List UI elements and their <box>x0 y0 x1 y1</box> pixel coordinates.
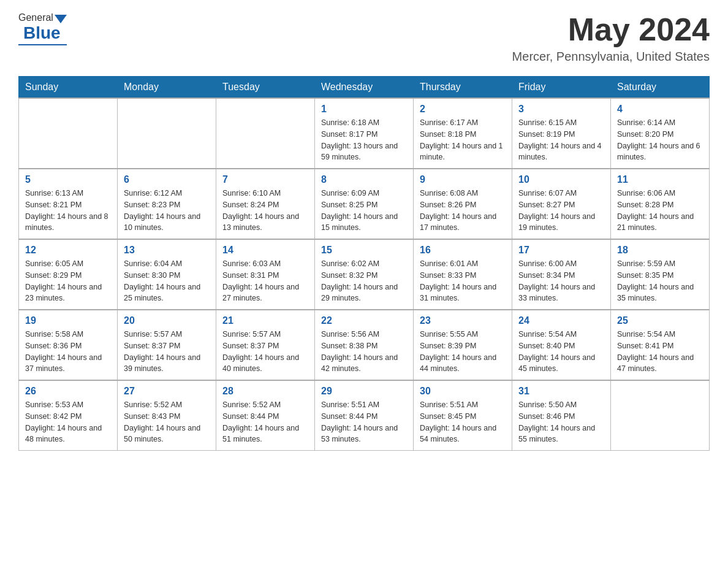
page-header: General Blue May 2024 Mercer, Pennsylvan… <box>18 12 710 64</box>
day-number: 2 <box>420 104 506 115</box>
logo-general-text: General <box>18 12 53 23</box>
week-row-2: 5Sunrise: 6:13 AM Sunset: 8:21 PM Daylig… <box>19 169 710 239</box>
calendar-cell: 15Sunrise: 6:02 AM Sunset: 8:32 PM Dayli… <box>315 239 414 310</box>
day-number: 3 <box>518 104 604 115</box>
day-number: 7 <box>222 174 308 185</box>
day-info: Sunrise: 5:56 AM Sunset: 8:38 PM Dayligh… <box>321 329 407 375</box>
day-info: Sunrise: 5:51 AM Sunset: 8:44 PM Dayligh… <box>321 399 407 445</box>
day-info: Sunrise: 6:01 AM Sunset: 8:33 PM Dayligh… <box>420 258 506 304</box>
week-row-1: 1Sunrise: 6:18 AM Sunset: 8:17 PM Daylig… <box>19 98 710 169</box>
calendar-cell: 22Sunrise: 5:56 AM Sunset: 8:38 PM Dayli… <box>315 310 414 380</box>
day-number: 9 <box>420 174 506 185</box>
calendar-cell: 19Sunrise: 5:58 AM Sunset: 8:36 PM Dayli… <box>19 310 118 380</box>
calendar-cell: 4Sunrise: 6:14 AM Sunset: 8:20 PM Daylig… <box>611 98 710 169</box>
day-info: Sunrise: 6:12 AM Sunset: 8:23 PM Dayligh… <box>124 188 210 234</box>
day-header-tuesday: Tuesday <box>216 77 315 99</box>
calendar-cell: 9Sunrise: 6:08 AM Sunset: 8:26 PM Daylig… <box>414 169 512 239</box>
day-number: 31 <box>518 386 604 397</box>
day-number: 1 <box>321 104 407 115</box>
calendar-cell: 13Sunrise: 6:04 AM Sunset: 8:30 PM Dayli… <box>118 239 216 310</box>
calendar-cell: 24Sunrise: 5:54 AM Sunset: 8:40 PM Dayli… <box>512 310 611 380</box>
calendar-cell: 23Sunrise: 5:55 AM Sunset: 8:39 PM Dayli… <box>414 310 512 380</box>
calendar-cell: 3Sunrise: 6:15 AM Sunset: 8:19 PM Daylig… <box>512 98 611 169</box>
day-number: 6 <box>124 174 210 185</box>
calendar-cell: 20Sunrise: 5:57 AM Sunset: 8:37 PM Dayli… <box>118 310 216 380</box>
day-info: Sunrise: 5:54 AM Sunset: 8:40 PM Dayligh… <box>518 329 604 375</box>
day-number: 30 <box>420 386 506 397</box>
day-header-thursday: Thursday <box>414 77 512 99</box>
day-number: 17 <box>518 245 604 256</box>
day-number: 4 <box>617 104 703 115</box>
calendar-cell: 12Sunrise: 6:05 AM Sunset: 8:29 PM Dayli… <box>19 239 118 310</box>
day-header-saturday: Saturday <box>611 77 710 99</box>
day-number: 18 <box>617 245 703 256</box>
calendar-cell <box>611 380 710 451</box>
day-info: Sunrise: 6:15 AM Sunset: 8:19 PM Dayligh… <box>518 117 604 163</box>
calendar-cell: 8Sunrise: 6:09 AM Sunset: 8:25 PM Daylig… <box>315 169 414 239</box>
title-area: May 2024 Mercer, Pennsylvania, United St… <box>512 12 710 64</box>
day-number: 28 <box>222 386 308 397</box>
day-number: 23 <box>420 315 506 326</box>
day-info: Sunrise: 6:02 AM Sunset: 8:32 PM Dayligh… <box>321 258 407 304</box>
calendar-cell: 14Sunrise: 6:03 AM Sunset: 8:31 PM Dayli… <box>216 239 315 310</box>
calendar-cell: 1Sunrise: 6:18 AM Sunset: 8:17 PM Daylig… <box>315 98 414 169</box>
day-info: Sunrise: 6:05 AM Sunset: 8:29 PM Dayligh… <box>25 258 111 304</box>
day-info: Sunrise: 5:58 AM Sunset: 8:36 PM Dayligh… <box>25 329 111 375</box>
day-info: Sunrise: 6:07 AM Sunset: 8:27 PM Dayligh… <box>518 188 604 234</box>
day-info: Sunrise: 6:09 AM Sunset: 8:25 PM Dayligh… <box>321 188 407 234</box>
day-number: 25 <box>617 315 703 326</box>
logo: General Blue <box>18 12 67 45</box>
day-info: Sunrise: 5:57 AM Sunset: 8:37 PM Dayligh… <box>222 329 308 375</box>
day-number: 11 <box>617 174 703 185</box>
day-number: 14 <box>222 245 308 256</box>
calendar-table: SundayMondayTuesdayWednesdayThursdayFrid… <box>18 76 710 451</box>
calendar-header-row: SundayMondayTuesdayWednesdayThursdayFrid… <box>19 77 710 99</box>
calendar-cell: 10Sunrise: 6:07 AM Sunset: 8:27 PM Dayli… <box>512 169 611 239</box>
day-info: Sunrise: 5:50 AM Sunset: 8:46 PM Dayligh… <box>518 399 604 445</box>
calendar-cell: 6Sunrise: 6:12 AM Sunset: 8:23 PM Daylig… <box>118 169 216 239</box>
calendar-cell: 26Sunrise: 5:53 AM Sunset: 8:42 PM Dayli… <box>19 380 118 451</box>
day-number: 22 <box>321 315 407 326</box>
logo-blue-text: Blue <box>23 23 61 43</box>
month-year-title: May 2024 <box>512 12 710 47</box>
calendar-cell: 29Sunrise: 5:51 AM Sunset: 8:44 PM Dayli… <box>315 380 414 451</box>
day-info: Sunrise: 6:04 AM Sunset: 8:30 PM Dayligh… <box>124 258 210 304</box>
day-number: 29 <box>321 386 407 397</box>
day-info: Sunrise: 5:57 AM Sunset: 8:37 PM Dayligh… <box>124 329 210 375</box>
day-info: Sunrise: 5:59 AM Sunset: 8:35 PM Dayligh… <box>617 258 703 304</box>
day-header-sunday: Sunday <box>19 77 118 99</box>
day-number: 16 <box>420 245 506 256</box>
location-text: Mercer, Pennsylvania, United States <box>512 50 710 64</box>
day-number: 20 <box>124 315 210 326</box>
calendar-cell: 25Sunrise: 5:54 AM Sunset: 8:41 PM Dayli… <box>611 310 710 380</box>
week-row-5: 26Sunrise: 5:53 AM Sunset: 8:42 PM Dayli… <box>19 380 710 451</box>
calendar-cell: 7Sunrise: 6:10 AM Sunset: 8:24 PM Daylig… <box>216 169 315 239</box>
day-info: Sunrise: 6:18 AM Sunset: 8:17 PM Dayligh… <box>321 117 407 163</box>
calendar-cell: 17Sunrise: 6:00 AM Sunset: 8:34 PM Dayli… <box>512 239 611 310</box>
logo-arrow-icon <box>55 15 67 23</box>
day-info: Sunrise: 6:03 AM Sunset: 8:31 PM Dayligh… <box>222 258 308 304</box>
calendar-cell: 5Sunrise: 6:13 AM Sunset: 8:21 PM Daylig… <box>19 169 118 239</box>
calendar-cell: 21Sunrise: 5:57 AM Sunset: 8:37 PM Dayli… <box>216 310 315 380</box>
calendar-cell: 27Sunrise: 5:52 AM Sunset: 8:43 PM Dayli… <box>118 380 216 451</box>
day-info: Sunrise: 6:17 AM Sunset: 8:18 PM Dayligh… <box>420 117 506 163</box>
day-number: 13 <box>124 245 210 256</box>
calendar-cell: 31Sunrise: 5:50 AM Sunset: 8:46 PM Dayli… <box>512 380 611 451</box>
day-header-monday: Monday <box>118 77 216 99</box>
day-number: 8 <box>321 174 407 185</box>
day-info: Sunrise: 6:14 AM Sunset: 8:20 PM Dayligh… <box>617 117 703 163</box>
week-row-4: 19Sunrise: 5:58 AM Sunset: 8:36 PM Dayli… <box>19 310 710 380</box>
calendar-cell: 30Sunrise: 5:51 AM Sunset: 8:45 PM Dayli… <box>414 380 512 451</box>
day-info: Sunrise: 5:51 AM Sunset: 8:45 PM Dayligh… <box>420 399 506 445</box>
day-header-friday: Friday <box>512 77 611 99</box>
calendar-cell: 28Sunrise: 5:52 AM Sunset: 8:44 PM Dayli… <box>216 380 315 451</box>
day-number: 10 <box>518 174 604 185</box>
calendar-cell: 2Sunrise: 6:17 AM Sunset: 8:18 PM Daylig… <box>414 98 512 169</box>
day-info: Sunrise: 6:08 AM Sunset: 8:26 PM Dayligh… <box>420 188 506 234</box>
day-number: 27 <box>124 386 210 397</box>
day-number: 21 <box>222 315 308 326</box>
day-info: Sunrise: 5:53 AM Sunset: 8:42 PM Dayligh… <box>25 399 111 445</box>
day-number: 12 <box>25 245 111 256</box>
calendar-cell <box>19 98 118 169</box>
day-info: Sunrise: 5:54 AM Sunset: 8:41 PM Dayligh… <box>617 329 703 375</box>
